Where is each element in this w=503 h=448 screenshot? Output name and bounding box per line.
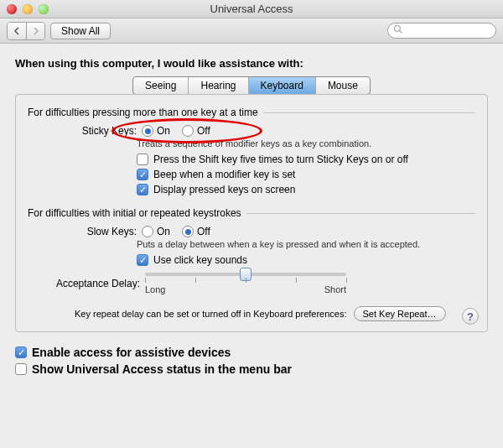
sticky-keys-on-radio[interactable]: On: [142, 125, 170, 137]
slow-keys-group: On Off: [142, 226, 210, 237]
sticky-keys-group: On Off: [142, 125, 210, 137]
tab-bar: SeeingHearingKeyboardMouse: [132, 76, 371, 95]
slow-keys-off-radio[interactable]: Off: [182, 226, 210, 237]
svg-line-1: [400, 31, 402, 34]
slow-keys-on-radio[interactable]: On: [142, 226, 170, 237]
footer: Enable access for assistive devices Show…: [0, 339, 503, 384]
display-pressed-keys-checkbox[interactable]: Display pressed keys on screen: [137, 184, 295, 195]
click-sounds-checkbox[interactable]: Use click key sounds: [137, 254, 247, 266]
section-slow-keys-label: For difficulties with initial or repeate…: [28, 207, 475, 219]
window-title: Universal Access: [0, 3, 503, 15]
forward-button[interactable]: [26, 23, 44, 39]
nav-buttons: [7, 22, 45, 40]
slider-short-label: Short: [324, 284, 346, 294]
tab-seeing[interactable]: Seeing: [133, 77, 189, 94]
show-status-menubar-checkbox[interactable]: Show Universal Access status in the menu…: [15, 362, 292, 376]
svg-point-0: [395, 26, 401, 32]
shift-five-checkbox[interactable]: Press the Shift key five times to turn S…: [137, 154, 408, 165]
help-button[interactable]: ?: [462, 308, 479, 325]
sticky-keys-label: Sticky Keys:: [61, 125, 137, 137]
slow-keys-hint: Puts a delay between when a key is press…: [28, 239, 475, 249]
options-panel: For difficulties pressing more than one …: [15, 94, 488, 332]
show-all-button[interactable]: Show All: [50, 23, 111, 39]
acceptance-delay-label: Acceptance Delay:: [48, 278, 140, 289]
tab-keyboard[interactable]: Keyboard: [249, 77, 316, 94]
search-input[interactable]: [407, 26, 490, 36]
sticky-keys-off-radio[interactable]: Off: [182, 125, 210, 137]
set-key-repeat-button[interactable]: Set Key Repeat…: [354, 306, 446, 321]
help-icon: ?: [467, 310, 474, 323]
slider-long-label: Long: [145, 284, 165, 294]
search-field[interactable]: [387, 23, 496, 39]
toolbar: Show All: [0, 18, 503, 44]
slow-keys-label: Slow Keys:: [61, 226, 137, 237]
tab-hearing[interactable]: Hearing: [189, 77, 248, 94]
back-button[interactable]: [8, 23, 26, 39]
section-sticky-keys-label: For difficulties pressing more than one …: [28, 107, 475, 118]
beep-modifier-checkbox[interactable]: Beep when a modifier key is set: [137, 169, 295, 180]
sticky-keys-hint: Treats a sequence of modifier keys as a …: [28, 138, 475, 148]
tab-mouse[interactable]: Mouse: [316, 77, 370, 94]
page-heading: When using this computer, I would like a…: [15, 57, 488, 70]
search-icon: [393, 24, 403, 37]
acceptance-delay-slider[interactable]: Long Short: [145, 273, 346, 294]
title-bar: Universal Access: [0, 0, 503, 18]
key-repeat-hint: Key repeat delay can be set or turned of…: [75, 309, 347, 319]
enable-assistive-devices-checkbox[interactable]: Enable access for assistive devices: [15, 346, 231, 359]
